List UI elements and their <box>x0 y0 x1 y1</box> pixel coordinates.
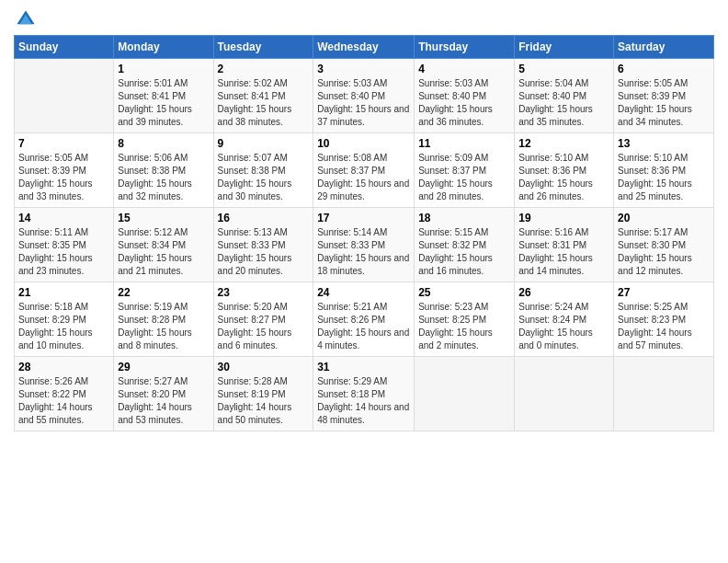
day-number: 9 <box>218 137 310 150</box>
calendar-cell: 27Sunrise: 5:25 AMSunset: 8:23 PMDayligh… <box>614 282 714 357</box>
day-info: Sunrise: 5:05 AMSunset: 8:39 PMDaylight:… <box>18 152 109 203</box>
day-number: 13 <box>618 137 710 150</box>
day-number: 14 <box>18 212 109 224</box>
calendar-cell <box>15 59 114 133</box>
calendar-cell: 3Sunrise: 5:03 AMSunset: 8:40 PMDaylight… <box>313 59 415 133</box>
day-header: Wednesday <box>313 36 415 59</box>
calendar-cell: 1Sunrise: 5:01 AMSunset: 8:41 PMDaylight… <box>114 59 213 133</box>
day-info: Sunrise: 5:08 AMSunset: 8:37 PMDaylight:… <box>317 152 410 203</box>
day-info: Sunrise: 5:09 AMSunset: 8:37 PMDaylight:… <box>418 152 510 203</box>
calendar-cell: 18Sunrise: 5:15 AMSunset: 8:32 PMDayligh… <box>415 208 515 282</box>
day-info: Sunrise: 5:14 AMSunset: 8:33 PMDaylight:… <box>317 226 410 278</box>
calendar-week-row: 28Sunrise: 5:26 AMSunset: 8:22 PMDayligh… <box>15 357 714 431</box>
day-info: Sunrise: 5:23 AMSunset: 8:25 PMDaylight:… <box>418 301 510 352</box>
day-header: Friday <box>515 36 614 59</box>
logo-icon <box>16 9 36 29</box>
day-number: 26 <box>518 286 609 299</box>
calendar-cell: 15Sunrise: 5:12 AMSunset: 8:34 PMDayligh… <box>114 208 213 282</box>
day-number: 25 <box>418 286 510 299</box>
day-info: Sunrise: 5:28 AMSunset: 8:19 PMDaylight:… <box>218 375 310 427</box>
calendar-cell <box>415 357 515 431</box>
day-info: Sunrise: 5:25 AMSunset: 8:23 PMDaylight:… <box>618 301 710 352</box>
day-info: Sunrise: 5:13 AMSunset: 8:33 PMDaylight:… <box>218 226 310 278</box>
calendar-cell: 2Sunrise: 5:02 AMSunset: 8:41 PMDaylight… <box>213 59 313 133</box>
day-number: 6 <box>618 63 710 75</box>
calendar-cell: 7Sunrise: 5:05 AMSunset: 8:39 PMDaylight… <box>15 133 114 208</box>
calendar-cell: 23Sunrise: 5:20 AMSunset: 8:27 PMDayligh… <box>213 282 313 357</box>
day-header: Monday <box>114 36 213 59</box>
calendar-cell: 14Sunrise: 5:11 AMSunset: 8:35 PMDayligh… <box>15 208 114 282</box>
day-info: Sunrise: 5:03 AMSunset: 8:40 PMDaylight:… <box>317 77 410 129</box>
day-number: 5 <box>518 63 609 75</box>
day-info: Sunrise: 5:18 AMSunset: 8:29 PMDaylight:… <box>18 301 109 352</box>
day-info: Sunrise: 5:15 AMSunset: 8:32 PMDaylight:… <box>418 226 510 278</box>
day-number: 21 <box>18 286 109 299</box>
day-number: 4 <box>418 63 510 75</box>
day-info: Sunrise: 5:20 AMSunset: 8:27 PMDaylight:… <box>218 301 310 352</box>
day-info: Sunrise: 5:05 AMSunset: 8:39 PMDaylight:… <box>618 77 710 129</box>
calendar-cell: 21Sunrise: 5:18 AMSunset: 8:29 PMDayligh… <box>15 282 114 357</box>
day-number: 22 <box>118 286 209 299</box>
day-info: Sunrise: 5:10 AMSunset: 8:36 PMDaylight:… <box>518 152 609 203</box>
header-row: SundayMondayTuesdayWednesdayThursdayFrid… <box>15 36 714 59</box>
day-info: Sunrise: 5:03 AMSunset: 8:40 PMDaylight:… <box>418 77 510 129</box>
day-info: Sunrise: 5:24 AMSunset: 8:24 PMDaylight:… <box>518 301 609 352</box>
calendar-cell: 17Sunrise: 5:14 AMSunset: 8:33 PMDayligh… <box>313 208 415 282</box>
calendar-week-row: 14Sunrise: 5:11 AMSunset: 8:35 PMDayligh… <box>15 208 714 282</box>
calendar-cell: 24Sunrise: 5:21 AMSunset: 8:26 PMDayligh… <box>313 282 415 357</box>
day-info: Sunrise: 5:01 AMSunset: 8:41 PMDaylight:… <box>118 77 209 129</box>
day-number: 12 <box>518 137 609 150</box>
page-container: SundayMondayTuesdayWednesdayThursdayFrid… <box>0 0 728 441</box>
day-number: 20 <box>618 212 710 224</box>
calendar-cell: 25Sunrise: 5:23 AMSunset: 8:25 PMDayligh… <box>415 282 515 357</box>
day-info: Sunrise: 5:10 AMSunset: 8:36 PMDaylight:… <box>618 152 710 203</box>
calendar-cell: 30Sunrise: 5:28 AMSunset: 8:19 PMDayligh… <box>213 357 313 431</box>
calendar-cell: 4Sunrise: 5:03 AMSunset: 8:40 PMDaylight… <box>415 59 515 133</box>
calendar-cell: 19Sunrise: 5:16 AMSunset: 8:31 PMDayligh… <box>515 208 614 282</box>
calendar-cell: 9Sunrise: 5:07 AMSunset: 8:38 PMDaylight… <box>213 133 313 208</box>
header <box>14 9 714 29</box>
calendar-cell: 13Sunrise: 5:10 AMSunset: 8:36 PMDayligh… <box>614 133 714 208</box>
day-number: 29 <box>118 361 209 373</box>
calendar-cell: 8Sunrise: 5:06 AMSunset: 8:38 PMDaylight… <box>114 133 213 208</box>
calendar-cell <box>515 357 614 431</box>
day-number: 30 <box>218 361 310 373</box>
calendar-cell: 22Sunrise: 5:19 AMSunset: 8:28 PMDayligh… <box>114 282 213 357</box>
calendar-cell: 12Sunrise: 5:10 AMSunset: 8:36 PMDayligh… <box>515 133 614 208</box>
day-info: Sunrise: 5:12 AMSunset: 8:34 PMDaylight:… <box>118 226 209 278</box>
day-info: Sunrise: 5:02 AMSunset: 8:41 PMDaylight:… <box>218 77 310 129</box>
day-info: Sunrise: 5:17 AMSunset: 8:30 PMDaylight:… <box>618 226 710 278</box>
day-info: Sunrise: 5:04 AMSunset: 8:40 PMDaylight:… <box>518 77 609 129</box>
day-info: Sunrise: 5:26 AMSunset: 8:22 PMDaylight:… <box>18 375 109 427</box>
day-header: Sunday <box>15 36 114 59</box>
day-info: Sunrise: 5:29 AMSunset: 8:18 PMDaylight:… <box>317 375 410 427</box>
day-number: 23 <box>218 286 310 299</box>
calendar-cell: 29Sunrise: 5:27 AMSunset: 8:20 PMDayligh… <box>114 357 213 431</box>
day-number: 15 <box>118 212 209 224</box>
calendar-cell <box>614 357 714 431</box>
day-number: 8 <box>118 137 209 150</box>
day-number: 11 <box>418 137 510 150</box>
calendar-cell: 26Sunrise: 5:24 AMSunset: 8:24 PMDayligh… <box>515 282 614 357</box>
day-info: Sunrise: 5:27 AMSunset: 8:20 PMDaylight:… <box>118 375 209 427</box>
day-number: 10 <box>317 137 410 150</box>
day-number: 16 <box>218 212 310 224</box>
day-info: Sunrise: 5:11 AMSunset: 8:35 PMDaylight:… <box>18 226 109 278</box>
day-number: 3 <box>317 63 410 75</box>
day-number: 1 <box>118 63 209 75</box>
calendar-cell: 11Sunrise: 5:09 AMSunset: 8:37 PMDayligh… <box>415 133 515 208</box>
day-number: 27 <box>618 286 710 299</box>
calendar-table: SundayMondayTuesdayWednesdayThursdayFrid… <box>14 35 714 431</box>
logo <box>14 9 36 29</box>
day-number: 28 <box>18 361 109 373</box>
calendar-cell: 16Sunrise: 5:13 AMSunset: 8:33 PMDayligh… <box>213 208 313 282</box>
day-number: 2 <box>218 63 310 75</box>
calendar-cell: 28Sunrise: 5:26 AMSunset: 8:22 PMDayligh… <box>15 357 114 431</box>
day-info: Sunrise: 5:19 AMSunset: 8:28 PMDaylight:… <box>118 301 209 352</box>
day-header: Saturday <box>614 36 714 59</box>
day-number: 19 <box>518 212 609 224</box>
calendar-cell: 5Sunrise: 5:04 AMSunset: 8:40 PMDaylight… <box>515 59 614 133</box>
calendar-cell: 6Sunrise: 5:05 AMSunset: 8:39 PMDaylight… <box>614 59 714 133</box>
day-info: Sunrise: 5:21 AMSunset: 8:26 PMDaylight:… <box>317 301 410 352</box>
calendar-cell: 31Sunrise: 5:29 AMSunset: 8:18 PMDayligh… <box>313 357 415 431</box>
